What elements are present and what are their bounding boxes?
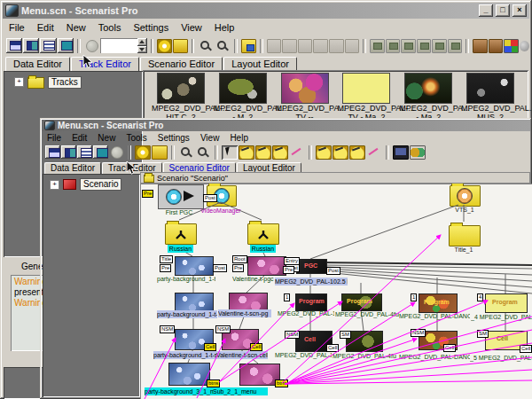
- node-label[interactable]: Russian: [168, 245, 193, 253]
- tracks-tree-label[interactable]: Tracks: [48, 76, 82, 89]
- menu-file[interactable]: File: [42, 133, 66, 143]
- film-icon-2[interactable]: [282, 39, 297, 53]
- monitor-icon[interactable]: [393, 145, 409, 160]
- preview-icon[interactable]: [410, 145, 426, 160]
- yellow-disc-icon[interactable]: [135, 145, 151, 160]
- number-tab[interactable]: 1: [284, 293, 290, 301]
- clip-icon-2[interactable]: [386, 39, 401, 53]
- view-mode-1-icon[interactable]: [6, 38, 22, 53]
- tab-data-editor[interactable]: Data Editor: [5, 57, 70, 71]
- cell-tool-icon-3[interactable]: [349, 145, 365, 160]
- node-label[interactable]: MPEG2_DVD_PAL-102.5 H: [278, 309, 334, 317]
- open-folder-icon[interactable]: [241, 39, 256, 53]
- nsm-tab[interactable]: NSM: [411, 329, 426, 337]
- post-tab[interactable]: Post: [203, 194, 217, 202]
- film-icon-4[interactable]: [313, 39, 328, 53]
- number-tab[interactable]: 4: [477, 293, 483, 301]
- menu-tools[interactable]: Tools: [121, 133, 152, 143]
- view-mode-2-icon[interactable]: [61, 145, 76, 159]
- view-mode-1-icon[interactable]: [45, 145, 60, 159]
- root-tab[interactable]: Root: [232, 255, 247, 263]
- zoom-level-spinner[interactable]: [100, 38, 147, 53]
- view-mode-2-icon[interactable]: [23, 38, 39, 53]
- film-icon-1[interactable]: [267, 39, 282, 53]
- number-tab[interactable]: 1: [411, 293, 417, 301]
- tree-expand-icon[interactable]: +: [14, 77, 24, 87]
- nsm-tab[interactable]: NSM: [285, 331, 300, 339]
- menu-edit[interactable]: Edit: [66, 133, 92, 143]
- view-mode-3-icon[interactable]: [40, 38, 56, 53]
- menu-view[interactable]: View: [195, 133, 225, 143]
- tab-layout-editor[interactable]: Layout Editor: [223, 57, 297, 71]
- node-label[interactable]: MPEG2_DVD_PAL-102.5 H: [275, 351, 332, 359]
- cell-tab[interactable]: Cell: [326, 344, 339, 352]
- node-label[interactable]: MPEG2_DVD_PAL-DANCE-TV --: [399, 312, 470, 320]
- thumbnail-image[interactable]: [281, 73, 329, 104]
- yellow-disc-icon[interactable]: [157, 39, 172, 53]
- menu-new[interactable]: New: [60, 21, 92, 34]
- node-label[interactable]: VideoManager: [193, 207, 248, 215]
- track-thumbnail[interactable]: MPEG2_DVD_PA... - Ma_2: [399, 73, 458, 121]
- entry-tab[interactable]: Entry: [284, 257, 300, 265]
- node-label[interactable]: _4 MPEG2_DVD_PAL-Fun TV: [471, 313, 532, 321]
- scenario-canvas[interactable]: Pre Post First PGC VideoManager VTS_1 Ru…: [140, 184, 532, 399]
- tree-expand-icon[interactable]: +: [50, 180, 59, 190]
- node-label[interactable]: VTS_1: [447, 206, 482, 214]
- cell-tool-icon-1[interactable]: [316, 145, 332, 160]
- pre-tab[interactable]: Pre: [232, 264, 244, 272]
- node-party-background-pgc[interactable]: [175, 256, 214, 276]
- film-icon-3[interactable]: [298, 39, 313, 53]
- clip-icon-5[interactable]: [432, 39, 447, 53]
- scenario-tree-label[interactable]: Scenario: [80, 178, 121, 191]
- track-thumbnail[interactable]: MPEG2_DVD_PAL... - M_2: [214, 73, 272, 121]
- thumbnail-image[interactable]: [157, 73, 205, 104]
- pre-tab[interactable]: Pre: [160, 264, 171, 272]
- help-globe-icon[interactable]: [84, 39, 99, 53]
- zoom-out-icon[interactable]: [195, 145, 211, 160]
- node-label[interactable]: MPEG2_DVD_PAL-DANCE TV --: [399, 353, 470, 361]
- node-label[interactable]: _5 MPEG2_DVD_PAL-Fun TV: [470, 354, 532, 362]
- maximize-button[interactable]: □: [496, 4, 510, 17]
- zoom-in-icon[interactable]: [178, 145, 194, 160]
- menu-settings[interactable]: Settings: [153, 133, 195, 143]
- btns-tab[interactable]: btns: [207, 379, 220, 387]
- box-icon[interactable]: [489, 39, 504, 53]
- nsm-tab[interactable]: NSM: [215, 325, 231, 333]
- node-label[interactable]: party-background_1-t-pgc: [157, 275, 215, 283]
- menu-settings[interactable]: Settings: [127, 21, 175, 34]
- node-label[interactable]: party-background_3_1_menu: [145, 387, 215, 395]
- cell-tab[interactable]: Cell: [250, 343, 262, 351]
- zoom-out-icon[interactable]: [215, 39, 231, 53]
- tab-track-editor[interactable]: Track Editor: [71, 57, 139, 72]
- node-label[interactable]: party-background_1-t-scn-_1: [153, 351, 219, 359]
- node-label[interactable]: MPEG2_DVD_PAL-4fun.TV - M: [335, 310, 399, 318]
- thumbnail-image[interactable]: [466, 73, 514, 104]
- minimize-button[interactable]: _: [479, 4, 493, 17]
- node-label[interactable]: Valentine-t-scn-cell: [216, 351, 268, 359]
- menu-file[interactable]: File: [3, 21, 31, 34]
- pgc-tool-icon-1[interactable]: [239, 145, 254, 160]
- node-cell-2[interactable]: [346, 331, 383, 352]
- clip-icon-1[interactable]: [370, 39, 385, 53]
- select-tool-icon[interactable]: [222, 145, 238, 160]
- thumbnail-image[interactable]: [219, 73, 267, 104]
- clip-icon-6[interactable]: [448, 39, 463, 53]
- yellow-box-icon[interactable]: [152, 145, 168, 160]
- clip-icon-3[interactable]: [401, 39, 416, 53]
- menu-help[interactable]: Help: [224, 133, 254, 143]
- nsm-tab[interactable]: NSM: [160, 325, 175, 333]
- clip-icon-4[interactable]: [417, 39, 432, 53]
- node-valentine-pgc[interactable]: [247, 256, 286, 276]
- cell-tab[interactable]: Cell: [520, 345, 532, 353]
- yellow-box-icon[interactable]: [173, 39, 188, 53]
- node-label[interactable]: MPEG2_DVD_PAL-102.5 HIT C_2: [275, 278, 348, 286]
- track-thumbnail[interactable]: MPEG2_DVD_PAL-... TV - Ma_2: [337, 73, 395, 121]
- node-label[interactable]: Sub_2_1_menu: [213, 387, 268, 395]
- tab-scenario-editor[interactable]: Scenario Editor: [140, 57, 223, 71]
- close-button[interactable]: ×: [512, 4, 527, 17]
- pgc-tool-icon-3[interactable]: [272, 145, 288, 160]
- track-thumbnail[interactable]: MPEG2_DVD_PA... TV --: [276, 73, 334, 121]
- cell-tab[interactable]: Cell: [443, 344, 456, 352]
- menu-tools[interactable]: Tools: [92, 21, 128, 34]
- menu-edit[interactable]: Edit: [31, 21, 60, 34]
